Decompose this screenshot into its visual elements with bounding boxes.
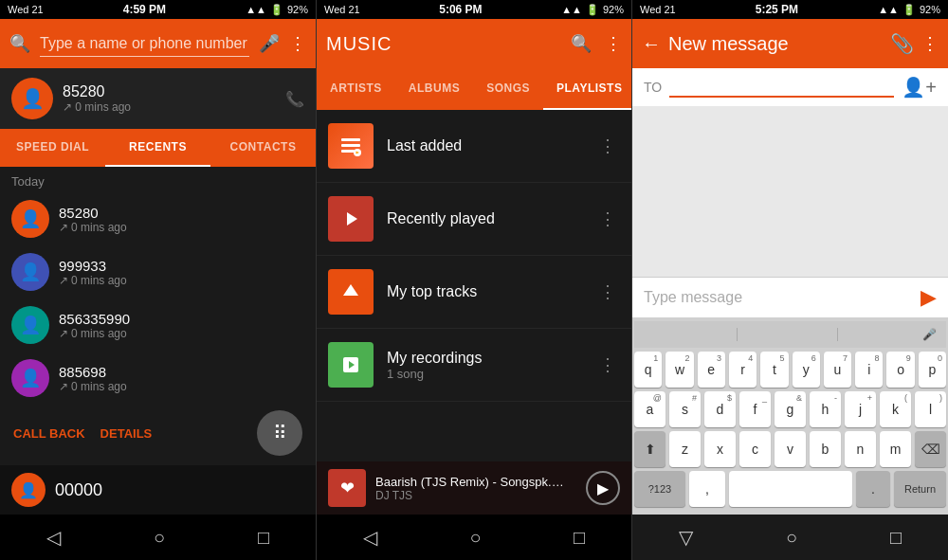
suggestion-1[interactable] (638, 328, 737, 341)
status-date-1: Wed 21 (8, 4, 44, 15)
more-icon[interactable]: ⋮ (289, 33, 306, 54)
key-j[interactable]: +j (845, 391, 876, 427)
key-return[interactable]: Return (894, 471, 946, 507)
key-s[interactable]: #s (669, 391, 701, 427)
dialpad-button[interactable]: ⠿ (257, 410, 302, 456)
tab-speed-dial[interactable]: SPEED DIAL (0, 129, 105, 167)
battery-icon: 🔋 (270, 4, 283, 16)
key-b[interactable]: b (810, 431, 841, 467)
avatar: 👤 (11, 359, 49, 397)
playlist-item[interactable]: Last added ⋮ (317, 110, 631, 183)
recent-nav-button[interactable]: □ (258, 527, 269, 549)
mic-icon[interactable]: 🎤 (259, 33, 280, 54)
battery-icon-3: 🔋 (902, 4, 916, 16)
key-r[interactable]: 4r (729, 352, 757, 388)
playlist-item[interactable]: My top tracks ⋮ (317, 256, 631, 329)
key-o[interactable]: 9o (886, 352, 914, 388)
send-button[interactable]: ▶ (921, 285, 937, 310)
mic-suggestion[interactable]: 🎤 (838, 328, 942, 341)
keyboard-row-2: @a #s $d _f &g -h +j (k )l (634, 391, 946, 427)
playlist-more-icon[interactable]: ⋮ (595, 132, 620, 160)
key-shift[interactable]: ⬆ (634, 431, 665, 467)
key-h[interactable]: -h (810, 391, 841, 427)
home-nav-button-3[interactable]: ○ (786, 527, 797, 549)
key-space[interactable] (729, 471, 852, 507)
key-period[interactable]: . (856, 471, 890, 507)
recent-nav-button-2[interactable]: □ (574, 527, 585, 549)
call-detail-meta: ↗ 0 mins ago (63, 100, 131, 114)
key-d[interactable]: $d (704, 391, 736, 427)
key-sym[interactable]: ?123 (634, 471, 685, 507)
details-button[interactable]: DETAILS (100, 426, 153, 441)
key-g[interactable]: &g (775, 391, 806, 427)
playlist-more-icon[interactable]: ⋮ (595, 205, 620, 233)
key-p[interactable]: 0p (919, 352, 946, 388)
tab-albums[interactable]: ALBUMS (395, 68, 473, 110)
message-input[interactable] (644, 289, 913, 306)
status-time-1: 4:59 PM (123, 3, 166, 16)
key-v[interactable]: v (775, 431, 806, 467)
key-t[interactable]: 5t (760, 352, 788, 388)
bottom-nav-1: ◁ ○ □ (0, 515, 316, 560)
bottom-nav-3: ▽ ○ □ (632, 515, 948, 560)
to-input[interactable] (669, 77, 894, 98)
key-q[interactable]: 1q (634, 352, 662, 388)
playlist-thumb (328, 196, 374, 242)
key-u[interactable]: 7u (824, 352, 851, 388)
key-delete[interactable]: ⌫ (915, 431, 946, 467)
recent-nav-button-3[interactable]: □ (890, 527, 902, 549)
back-nav-button[interactable]: ◁ (46, 526, 61, 549)
key-f[interactable]: _f (739, 391, 771, 427)
search-icon: 🔍 (9, 33, 30, 54)
tab-contacts[interactable]: CONTACTS (210, 129, 316, 167)
key-c[interactable]: c (739, 431, 771, 467)
play-button[interactable]: ▶ (586, 471, 620, 505)
avatar: 👤 (11, 200, 49, 238)
key-m[interactable]: m (880, 431, 911, 467)
call-back-button[interactable]: CALL BACK (13, 426, 85, 441)
tab-artists[interactable]: ARTISTS (317, 68, 395, 110)
search-icon-music[interactable]: 🔍 (571, 33, 592, 54)
search-input[interactable] (40, 31, 249, 57)
key-x[interactable]: x (704, 431, 736, 467)
suggestion-2[interactable] (737, 328, 837, 341)
home-nav-button-2[interactable]: ○ (469, 527, 481, 549)
playlist-thumb (328, 123, 374, 169)
call-item[interactable]: 👤 856335990 ↗0 mins ago (0, 298, 316, 352)
outgoing-arrow: ↗ (63, 100, 72, 114)
playlist-more-icon[interactable]: ⋮ (595, 351, 620, 379)
key-i[interactable]: 8i (855, 352, 883, 388)
call-item[interactable]: 👤 885698 ↗0 mins ago (0, 352, 316, 401)
home-nav-button[interactable]: ○ (154, 527, 165, 549)
playlist-thumb (328, 269, 374, 315)
call-item[interactable]: 👤 999933 ↗0 mins ago (0, 245, 316, 298)
keyboard-row-nums: 1q 2w 3e 4r 5t 6y 7u 8i 9o 0p (634, 352, 946, 388)
key-w[interactable]: 2w (665, 352, 693, 388)
key-z[interactable]: z (669, 431, 701, 467)
back-nav-button-3[interactable]: ▽ (679, 526, 693, 549)
add-contact-icon[interactable]: 👤+ (902, 76, 937, 99)
attach-icon[interactable]: 📎 (890, 32, 914, 55)
call-bottom-bar: CALL BACK DETAILS ⠿ (0, 401, 316, 465)
playlist-more-icon[interactable]: ⋮ (595, 278, 620, 306)
keyboard: 🎤 1q 2w 3e 4r 5t 6y 7u 8i 9o 0p @a #s $d… (632, 317, 948, 515)
tab-songs[interactable]: SONGS (473, 68, 543, 110)
back-nav-button-2[interactable]: ◁ (363, 526, 377, 549)
key-n[interactable]: n (845, 431, 876, 467)
tab-playlists[interactable]: PLAYLISTS (543, 68, 631, 110)
key-comma[interactable]: , (689, 471, 725, 507)
phone-icon[interactable]: 📞 (285, 90, 304, 108)
key-l[interactable]: )l (915, 391, 946, 427)
tab-recents[interactable]: RECENTS (105, 129, 210, 167)
playlist-item[interactable]: Recently played ⋮ (317, 183, 631, 256)
svg-rect-2 (341, 150, 355, 153)
key-e[interactable]: 3e (698, 352, 725, 388)
more-icon-music[interactable]: ⋮ (605, 33, 622, 54)
playlist-item[interactable]: My recordings 1 song ⋮ (317, 329, 631, 402)
back-button[interactable]: ← (642, 33, 661, 55)
key-k[interactable]: (k (880, 391, 911, 427)
call-item[interactable]: 👤 85280 ↗0 mins ago (0, 192, 316, 245)
key-a[interactable]: @a (634, 391, 665, 427)
key-y[interactable]: 6y (793, 352, 820, 388)
more-icon-msg[interactable]: ⋮ (921, 33, 939, 54)
